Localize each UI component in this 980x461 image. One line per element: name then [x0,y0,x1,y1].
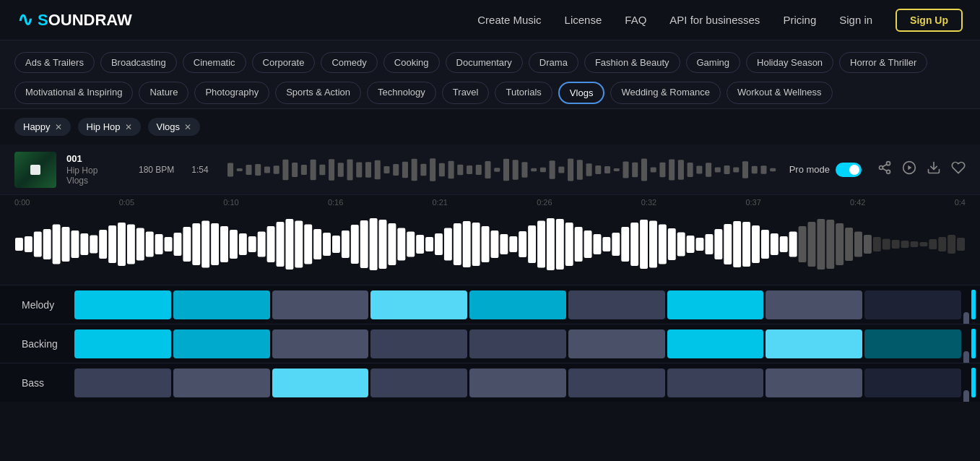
nav-create-music[interactable]: Create Music [477,14,541,26]
editor-block[interactable] [469,329,566,358]
filter-bar: Happy✕Hip Hop✕Vlogs✕ [0,109,980,145]
svg-rect-42 [613,168,619,171]
filter-tag-hiphop[interactable]: Hip Hop✕ [78,118,141,136]
scrollbar-thumb[interactable] [963,390,969,402]
scrollbar-thumb[interactable] [963,312,969,324]
filter-remove-icon[interactable]: ✕ [55,122,62,132]
svg-rect-146 [742,222,750,267]
editor-block[interactable] [667,369,764,397]
nav-faq[interactable]: FAQ [625,14,646,26]
scrollbar-thumb[interactable] [963,351,969,363]
editor-block[interactable] [272,290,369,319]
editor-block[interactable] [173,329,270,358]
category-tag[interactable]: Drama [529,52,578,73]
category-tag[interactable]: Ads & Trailers [14,52,95,73]
editor-block[interactable] [864,369,961,397]
svg-rect-14 [356,162,362,177]
editor-blocks[interactable] [72,363,980,402]
editor-block[interactable] [370,369,467,397]
logo[interactable]: ∿ SOUNDRAW [17,9,132,31]
editor-block[interactable] [272,329,369,358]
category-tag[interactable]: Broadcasting [100,52,177,73]
waveform-mini[interactable] [226,157,778,183]
waveform-section[interactable] [0,210,980,285]
svg-rect-104 [351,225,359,264]
category-tag[interactable]: Photography [194,82,269,104]
category-tag[interactable]: Fashion & Beauty [584,52,680,73]
category-tag[interactable]: Motivational & Inspiring [14,82,133,104]
editor-block[interactable] [370,329,467,358]
editor-blocks[interactable] [72,285,980,324]
svg-rect-83 [155,234,163,254]
svg-rect-25 [457,164,463,175]
editor-block[interactable] [568,369,665,397]
svg-rect-8 [301,165,307,175]
category-tag[interactable]: Comedy [321,52,377,73]
filter-tag-vlogs[interactable]: Vlogs✕ [148,118,201,136]
svg-rect-112 [425,237,433,251]
track-thumbnail[interactable] [14,152,56,188]
svg-rect-10 [319,164,325,175]
signup-button[interactable]: Sign Up [896,9,963,32]
pro-mode-toggle[interactable] [836,163,862,177]
editor-block[interactable] [667,329,764,358]
editor-block[interactable] [469,290,566,319]
category-tag[interactable]: Travel [442,82,490,104]
track-row[interactable]: 001 Hip Hop Vlogs 180 BPM 1:54 Pro mode [0,145,980,195]
svg-rect-56 [742,161,748,178]
timeline-mark: 0:00 [14,198,30,207]
editor-row-label: Bass [0,363,72,402]
category-tag[interactable]: Cooking [383,52,440,73]
editor-block[interactable] [766,369,862,397]
category-tag[interactable]: Nature [139,82,188,104]
category-tag[interactable]: Technology [367,82,436,104]
filter-remove-icon[interactable]: ✕ [184,122,191,132]
nav-signin[interactable]: Sign in [839,14,872,26]
svg-rect-108 [388,223,396,265]
category-tag[interactable]: Corporate [252,52,316,73]
share-icon[interactable] [877,160,892,178]
category-tag[interactable]: Sports & Action [275,82,361,104]
timeline-mark: 0:26 [537,198,552,207]
category-tag[interactable]: Tutorials [495,82,552,104]
svg-rect-49 [678,160,684,179]
editor-block[interactable] [74,369,171,397]
editor-block[interactable] [173,290,270,319]
editor-block[interactable] [568,290,665,319]
editor-block[interactable] [864,329,961,358]
editor-block[interactable] [766,290,862,319]
editor-blocks[interactable] [72,324,980,363]
editor-block[interactable] [272,369,369,397]
editor-block[interactable] [469,369,566,397]
filter-remove-icon[interactable]: ✕ [125,122,132,132]
editor-block[interactable] [173,369,270,397]
category-tag[interactable]: Wedding & Romance [610,82,721,104]
editor-block[interactable] [74,329,171,358]
editor-block[interactable] [667,290,764,319]
stop-button[interactable] [30,165,40,175]
track-info: 001 Hip Hop Vlogs [66,153,124,186]
category-tag[interactable]: Vlogs [558,82,605,104]
editor-block[interactable] [74,290,171,319]
filter-tag-happy[interactable]: Happy✕ [14,118,71,136]
svg-rect-107 [379,220,387,269]
category-tag[interactable]: Horror & Thriller [839,52,927,73]
svg-rect-92 [239,233,247,255]
nav-pricing[interactable]: Pricing [783,14,816,26]
category-tag[interactable]: Workout & Wellness [727,82,833,104]
category-tag[interactable]: Cinematic [183,52,246,73]
editor-block[interactable] [864,290,961,319]
preview-icon[interactable] [902,160,916,178]
editor-block[interactable] [766,329,862,358]
favorite-icon[interactable] [951,160,966,178]
waveform-canvas[interactable] [14,215,966,273]
editor-block[interactable] [370,290,467,319]
nav-license[interactable]: License [565,14,602,26]
svg-rect-12 [338,163,344,177]
category-tag[interactable]: Documentary [446,52,523,73]
editor-block[interactable] [568,329,665,358]
download-icon[interactable] [927,160,941,178]
nav-api[interactable]: API for businesses [669,14,760,26]
category-tag[interactable]: Gaming [686,52,741,73]
category-tag[interactable]: Holiday Season [746,52,833,73]
